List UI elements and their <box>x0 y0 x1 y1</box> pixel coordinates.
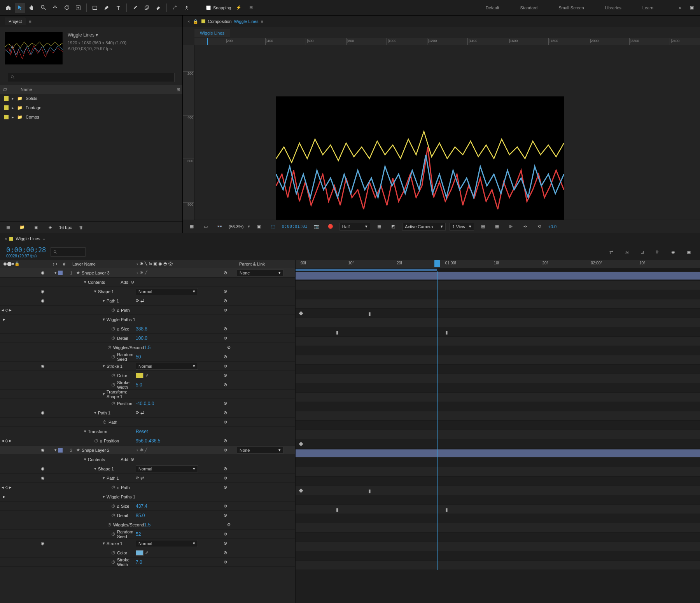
pickwhip-icon[interactable]: ⊘ <box>224 336 227 341</box>
orbit-tool-icon[interactable] <box>50 3 60 13</box>
stopwatch-icon[interactable]: ⏱ <box>107 523 112 527</box>
track-row[interactable] <box>296 365 700 374</box>
workspace-small[interactable]: Small Screen <box>554 3 588 12</box>
shy-icon[interactable]: ⊡ <box>637 247 647 257</box>
keyframe-hold[interactable]: ▮ <box>368 311 371 316</box>
pickwhip-icon[interactable]: ⊘ <box>227 345 231 350</box>
pixel-aspect-icon[interactable]: ▤ <box>478 222 488 232</box>
property-row[interactable]: ⏱Stroke Width7.0⊘ <box>0 558 295 567</box>
glasses-icon[interactable]: 👓 <box>215 222 225 232</box>
selection-tool-icon[interactable] <box>15 3 25 13</box>
project-row[interactable]: ▸ 📁 Solids <box>0 94 182 103</box>
property-row[interactable]: ◉▾Path 1⟳⇄⊘ <box>0 474 295 483</box>
layer-label-swatch[interactable] <box>58 448 63 453</box>
visibility-icon[interactable]: ◉ <box>41 364 45 369</box>
next-kf-icon[interactable]: ▸ <box>9 485 12 490</box>
track-row[interactable] <box>296 383 700 393</box>
twirl-icon[interactable]: ▾ <box>94 410 96 415</box>
track-row[interactable]: ▮▮ <box>296 327 700 337</box>
twirl-icon[interactable]: ▾ <box>103 364 105 369</box>
zoom-value[interactable]: (56.3%) <box>229 224 244 229</box>
property-row[interactable]: ◉▾Stroke 1Normal▾⊘ <box>0 539 295 548</box>
anchor-tool-icon[interactable] <box>73 3 83 13</box>
property-row[interactable]: ⏱Stroke Width5.0⊘ <box>0 380 295 390</box>
track-row[interactable] <box>296 523 700 533</box>
twirl-icon[interactable]: ▾ <box>84 457 86 462</box>
property-row[interactable]: ⏱Color⇗⊘ <box>0 371 295 380</box>
current-timecode[interactable]: 0;00;00;28 <box>6 246 46 254</box>
resolution-dropdown[interactable]: Half▾ <box>340 223 371 231</box>
twirl-icon[interactable]: ▾ <box>94 466 96 471</box>
prev-kf-icon[interactable]: ◂ <box>2 485 4 490</box>
track-row[interactable]: ▮▮ <box>296 505 700 514</box>
layer-label-swatch[interactable] <box>58 271 63 275</box>
path-edit2-icon[interactable]: ⇄ <box>140 475 144 481</box>
blend-mode-dropdown[interactable]: Normal▾ <box>136 465 198 472</box>
pickwhip-icon[interactable]: ⊘ <box>224 513 227 518</box>
twirl-icon[interactable]: ▾ <box>103 317 105 322</box>
close-tab-icon[interactable]: × <box>187 19 190 24</box>
playhead[interactable] <box>437 271 438 570</box>
pickwhip-icon[interactable]: ⊘ <box>224 503 227 509</box>
camera-dropdown[interactable]: Active Camera▾ <box>402 223 446 231</box>
snapping-checkbox[interactable] <box>206 5 211 10</box>
pickwhip-icon[interactable]: ⊘ <box>224 410 227 415</box>
track-row[interactable]: ▮ <box>296 486 700 495</box>
marker-icon[interactable]: ▸ <box>3 494 5 499</box>
path-edit-icon[interactable]: ⟳ <box>136 410 139 415</box>
track-row[interactable] <box>296 533 700 542</box>
property-value[interactable]: 100.0 <box>136 336 147 341</box>
graph-editor-icon[interactable]: ▣ <box>684 247 694 257</box>
pickwhip-icon[interactable]: ⊘ <box>224 419 227 425</box>
layer-duration-bar[interactable] <box>296 449 700 457</box>
pickwhip-icon[interactable]: ⊘ <box>224 541 227 546</box>
twirl-icon[interactable]: ▾ <box>103 392 105 397</box>
color-swatch[interactable] <box>136 550 144 556</box>
track-row[interactable] <box>296 355 700 365</box>
twirl-icon[interactable]: ▾ <box>103 494 105 499</box>
comp-link[interactable]: Wiggle Lines <box>234 19 259 24</box>
visibility-icon[interactable]: ◉ <box>41 466 45 471</box>
next-kf-icon[interactable]: ▸ <box>9 308 12 313</box>
pickwhip-icon[interactable]: ⊘ <box>224 466 227 471</box>
add-kf-icon[interactable]: ◇ <box>5 438 8 443</box>
visibility-icon[interactable]: ◉ <box>41 270 45 275</box>
layer-row[interactable]: ◉▾1★Shape Layer 3♀ ✱ ╱⊘None▾ <box>0 268 295 278</box>
property-row[interactable]: ◂◇▸⏱⩍Path⊘ <box>0 483 295 492</box>
eraser-tool-icon[interactable] <box>153 3 163 13</box>
project-row[interactable]: ▸ 📁 Comps <box>0 112 182 122</box>
keyframe-hold[interactable]: ▮ <box>445 330 448 335</box>
index-header[interactable]: # <box>58 262 70 266</box>
layer-switches[interactable]: ♀ ✱ ╱ <box>136 270 147 275</box>
visibility-icon[interactable]: ◉ <box>41 541 45 546</box>
property-row[interactable]: ⏱Path⊘ <box>0 418 295 427</box>
rectangle-tool-icon[interactable] <box>90 3 100 13</box>
layer-row[interactable]: ◉▾2★Shape Layer 2♀ ✱ ╱⊘None▾ <box>0 446 295 455</box>
composition-canvas[interactable] <box>276 96 564 220</box>
panel-menu-icon[interactable]: ≡ <box>29 19 31 24</box>
property-row[interactable]: ▾TransformReset <box>0 427 295 436</box>
stopwatch-icon[interactable]: ⏱ <box>94 439 98 443</box>
property-value[interactable]: -40.0,0.0 <box>136 401 154 406</box>
twirl-icon[interactable]: ▸ <box>12 115 14 120</box>
rotate-tool-icon[interactable] <box>61 3 72 13</box>
property-row[interactable]: ⏱Detail85.0⊘ <box>0 511 295 520</box>
track-row[interactable] <box>296 290 700 299</box>
color-swatch[interactable] <box>136 373 144 378</box>
motion-blur-icon[interactable]: ◉ <box>668 247 678 257</box>
toggle-mask-icon[interactable]: ▭ <box>201 222 211 232</box>
track-row[interactable]: ▮ <box>296 309 700 318</box>
visibility-icon[interactable]: ◉ <box>41 410 45 415</box>
property-row[interactable]: ⏱Wiggles/Second1.5⊘ <box>0 343 295 352</box>
stopwatch-icon[interactable]: ⏱ <box>107 345 112 350</box>
path-edit-icon[interactable]: ⟳ <box>136 298 139 303</box>
region-icon[interactable]: ⬚ <box>268 222 278 232</box>
search-global-icon[interactable]: ▣ <box>687 3 697 13</box>
workspace-standard[interactable]: Standard <box>516 3 542 12</box>
snap-opt2-icon[interactable]: ⊞ <box>246 3 256 13</box>
track-row[interactable] <box>296 411 700 421</box>
property-value[interactable]: 956.0,436.5 <box>136 438 160 444</box>
pickwhip-icon[interactable]: ⊘ <box>224 475 227 481</box>
stopwatch-icon[interactable]: ⏱ <box>111 355 116 359</box>
twirl-icon[interactable]: ▾ <box>54 270 57 275</box>
